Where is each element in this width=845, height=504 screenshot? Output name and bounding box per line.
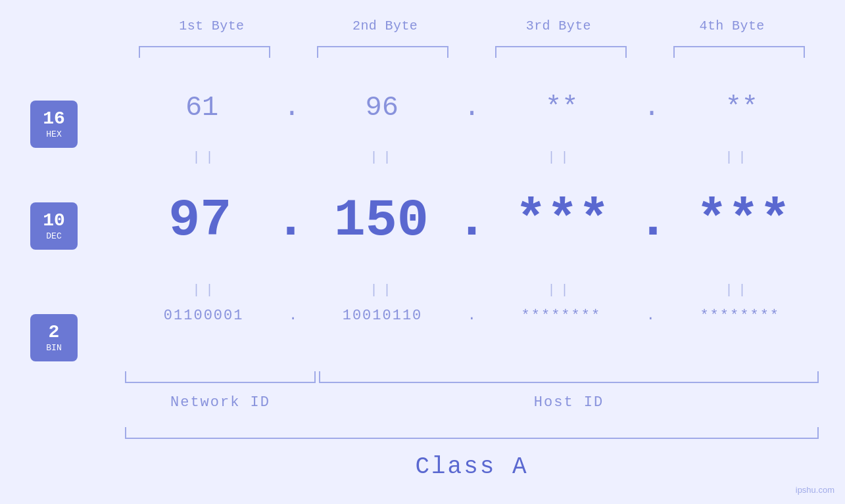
col-header-1: 1st Byte <box>139 18 284 34</box>
eq-1-b1: || <box>140 150 272 165</box>
eq-2-b1: || <box>140 283 272 298</box>
bin-dot2: . <box>468 308 476 324</box>
eq-1-b2: || <box>318 150 449 165</box>
eq-2-b2: || <box>318 283 449 298</box>
dec-b3: *** <box>496 191 628 250</box>
watermark: ipshu.com <box>796 485 834 495</box>
badge-bin-num: 2 <box>49 323 60 342</box>
eq-row-1: || || || || <box>125 150 819 165</box>
bin-b3: ******** <box>495 308 627 324</box>
top-brackets <box>125 46 819 58</box>
hex-b4: ** <box>676 92 808 124</box>
eq-2-b3: || <box>495 283 627 298</box>
bracket-top-2 <box>317 46 448 58</box>
bin-row: 01100001 . 10010110 . ******** . *******… <box>125 308 819 324</box>
col-header-2: 2nd Byte <box>313 18 458 34</box>
badge-dec: 10 DEC <box>30 202 78 250</box>
badge-dec-label: DEC <box>46 231 61 241</box>
label-network-id: Network ID <box>125 394 316 411</box>
label-class: Class A <box>125 453 819 480</box>
hex-dot1: . <box>283 92 300 124</box>
col-header-3: 3rd Byte <box>486 18 631 34</box>
hex-b3: ** <box>496 92 627 124</box>
hex-dot3: . <box>643 92 660 124</box>
dec-dot1: . <box>275 191 306 250</box>
bin-b4: ******** <box>674 308 806 324</box>
dec-row: 97 . 150 . *** . *** <box>125 191 819 250</box>
hex-dot2: . <box>464 92 480 124</box>
badge-hex: 16 HEX <box>30 101 78 148</box>
bottom-brackets-row <box>125 371 819 383</box>
bracket-class <box>125 427 819 439</box>
badge-bin-label: BIN <box>46 343 61 353</box>
col-header-4: 4th Byte <box>660 18 804 34</box>
bracket-top-4 <box>673 46 805 58</box>
dec-b2: 150 <box>316 191 447 250</box>
bin-dot1: . <box>289 308 297 324</box>
hex-row: 61 . 96 . ** . ** <box>125 92 819 124</box>
bin-b1: 01100001 <box>138 308 270 324</box>
bracket-host <box>319 371 819 383</box>
eq-1-b3: || <box>495 150 627 165</box>
column-headers: 1st Byte 2nd Byte 3rd Byte 4th Byte <box>125 18 819 34</box>
eq-row-2: || || || || <box>125 283 819 298</box>
bracket-top-1 <box>139 46 270 58</box>
hex-b1: 61 <box>136 92 268 124</box>
dec-b1: 97 <box>134 191 266 250</box>
eq-2-b4: || <box>673 283 804 298</box>
dec-dot2: . <box>456 191 487 250</box>
bracket-top-3 <box>495 46 627 58</box>
dec-b4: *** <box>678 191 809 250</box>
bin-b2: 10010110 <box>317 308 448 324</box>
bin-dot3: . <box>646 308 655 324</box>
label-host-id: Host ID <box>319 394 819 411</box>
hex-b2: 96 <box>316 92 448 124</box>
badge-hex-num: 16 <box>43 110 65 128</box>
badge-dec-num: 10 <box>43 212 65 230</box>
bracket-network <box>125 371 316 383</box>
dec-dot3: . <box>637 191 669 250</box>
badge-hex-label: HEX <box>46 129 61 139</box>
eq-1-b4: || <box>673 150 804 165</box>
badge-bin: 2 BIN <box>30 314 78 361</box>
